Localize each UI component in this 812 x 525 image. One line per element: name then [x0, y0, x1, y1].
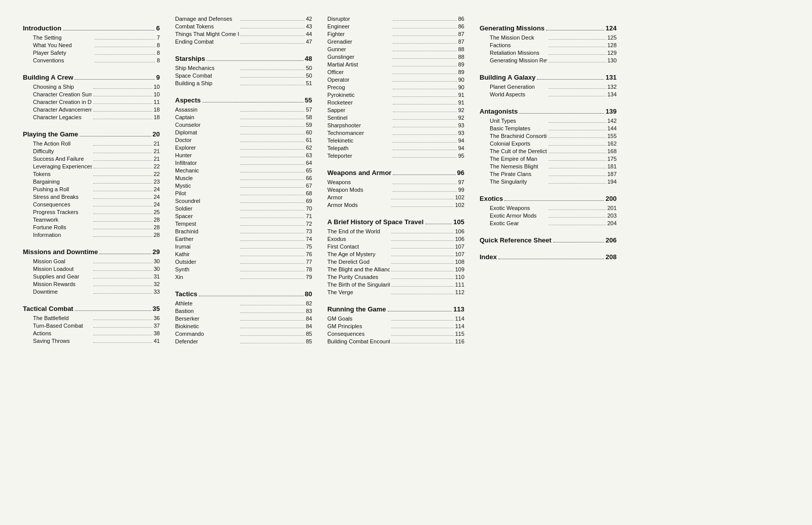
entry-page: 107 — [455, 251, 464, 257]
entry-title: World Aspects — [490, 91, 547, 97]
entry-page: 79 — [306, 274, 312, 280]
toc-entry: Information28 — [23, 231, 160, 239]
entry-dots — [393, 74, 457, 74]
toc-entry: Sharpshooter93 — [327, 122, 464, 129]
entry-title: Fighter — [327, 31, 391, 37]
toc-entry: Combat Tokens43 — [175, 23, 312, 30]
entry-title: Sentinel — [327, 115, 391, 121]
toc-entry: Supplies and Gear31 — [23, 273, 160, 281]
entry-dots — [549, 96, 606, 96]
entry-dots — [241, 126, 304, 127]
entry-title: The Brachinid Consortium — [490, 133, 547, 139]
dots — [75, 79, 154, 80]
entry-page: 203 — [607, 213, 617, 219]
entry-title: The Singularity — [490, 179, 547, 185]
entry-page: 94 — [458, 145, 464, 151]
toc-entry: Colonial Exports162 — [480, 140, 617, 148]
entry-dots — [393, 58, 457, 59]
entry-page: 8 — [157, 42, 160, 48]
toc-entry: Weapons97 — [327, 179, 464, 186]
entry-dots — [241, 172, 304, 172]
toc-entry: Factions128 — [480, 42, 617, 49]
entry-page: 23 — [154, 179, 160, 185]
entry-page: 28 — [154, 217, 160, 223]
entry-page: 30 — [154, 266, 160, 272]
entry-title: The End of the World — [327, 228, 390, 234]
section-page: 105 — [453, 218, 464, 226]
toc-entry: Teamwork28 — [23, 216, 160, 224]
entry-dots — [241, 20, 304, 21]
entry-page: 71 — [306, 213, 312, 219]
toc-entry: Precog90 — [327, 84, 464, 91]
entry-dots — [549, 160, 606, 161]
entry-dots — [241, 187, 304, 188]
toc-entry: Rocketeer91 — [327, 99, 464, 107]
entry-title: The Empire of Man — [490, 156, 547, 162]
entry-page: 22 — [154, 163, 160, 169]
entry-dots — [241, 134, 304, 134]
entry-dots — [241, 240, 304, 241]
section-page: 55 — [305, 96, 312, 104]
section-header: Building A Galaxy131 — [480, 74, 617, 81]
toc-entry: What You Need8 — [23, 42, 160, 49]
toc-entry: Armor Mods102 — [327, 201, 464, 209]
entry-title: The Cult of the Derelict — [490, 148, 547, 154]
entry-dots — [393, 127, 457, 127]
section-page: 96 — [457, 169, 464, 177]
section-header: Playing the Game20 — [23, 130, 160, 138]
toc-entry: Weapon Mods99 — [327, 186, 464, 194]
entry-title: Weapons — [327, 179, 391, 185]
entry-dots — [241, 119, 304, 119]
entry-title: Basic Templates — [490, 125, 547, 131]
entry-dots — [93, 263, 152, 263]
entry-title: Defender — [175, 338, 239, 344]
section-header: Exotics200 — [480, 195, 617, 202]
entry-title: The Age of Mystery — [327, 251, 390, 257]
entry-dots — [549, 225, 606, 225]
entry-page: 47 — [306, 39, 312, 45]
entry-title: Martial Artist — [327, 61, 391, 67]
toc-entry: Infiltrator64 — [175, 159, 312, 167]
entry-dots — [241, 69, 304, 70]
entry-title: Saving Throws — [33, 338, 92, 344]
entry-title: Athlete — [175, 300, 239, 306]
entry-title: Fortune Rolls — [33, 224, 92, 230]
entry-dots — [391, 263, 454, 264]
entry-dots — [241, 271, 304, 271]
entry-title: Generating Mission Rewards — [490, 57, 547, 63]
toc-entry: Downtime33 — [23, 288, 160, 296]
entry-title: Tempest — [175, 221, 239, 227]
entry-page: 33 — [154, 289, 160, 295]
entry-dots — [393, 191, 457, 192]
toc-entry: The Derelict God108 — [327, 258, 464, 266]
toc-entry: Commando85 — [175, 330, 312, 338]
toc-entry: The Action Roll21 — [23, 140, 160, 148]
entry-page: 92 — [458, 107, 464, 113]
entry-dots — [391, 256, 454, 256]
entry-dots — [391, 240, 454, 241]
entry-page: 21 — [154, 141, 160, 147]
entry-title: Captain — [175, 114, 239, 120]
toc-entry: Pilot68 — [175, 190, 312, 197]
entry-title: Counselor — [175, 122, 239, 128]
toc-entry: Defender85 — [175, 338, 312, 345]
entry-dots — [391, 271, 454, 271]
entry-title: Bastion — [175, 308, 239, 314]
toc-entry: Pyrokinetic91 — [327, 91, 464, 99]
section-page: 139 — [605, 108, 617, 115]
section-header: Tactical Combat35 — [23, 305, 160, 312]
entry-page: 83 — [306, 308, 312, 314]
toc-entry: Building Combat Encounters116 — [327, 338, 464, 345]
entry-title: GM Principles — [327, 323, 390, 329]
entry-title: Downtime — [33, 289, 92, 295]
entry-title: Disruptor — [327, 16, 391, 22]
entry-title: Gunner — [327, 46, 391, 52]
toc-entry: Biokinetic84 — [175, 323, 312, 330]
entry-title: Success And Failure — [33, 156, 92, 162]
entry-title: The Mission Deck — [490, 34, 547, 41]
entry-page: 110 — [455, 274, 464, 280]
entry-dots — [241, 180, 304, 180]
section-page: 200 — [605, 195, 617, 202]
entry-page: 86 — [458, 23, 464, 29]
entry-page: 106 — [455, 228, 464, 234]
